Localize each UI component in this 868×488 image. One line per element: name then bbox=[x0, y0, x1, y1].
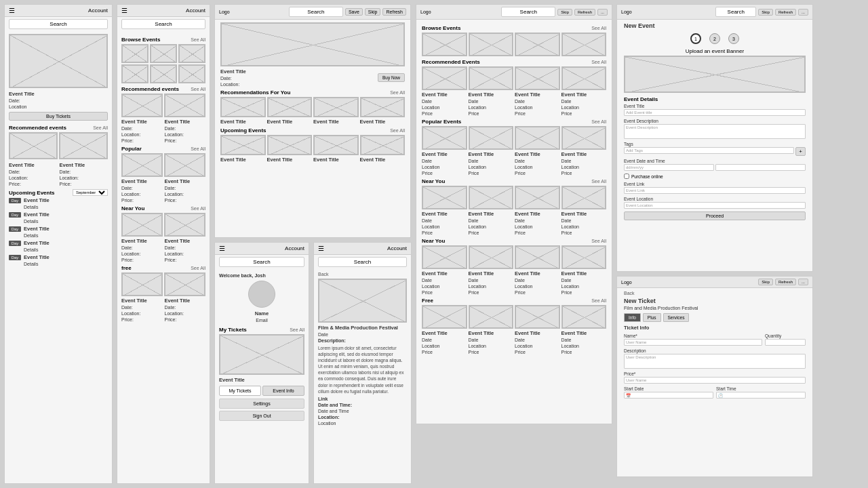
date-time-row: Start Date 📅 Start Time 🕐 bbox=[624, 386, 806, 401]
popular-section: Popular See All bbox=[121, 146, 205, 152]
event-location-input[interactable]: Event Location bbox=[624, 202, 806, 209]
account-label: Account bbox=[88, 7, 108, 14]
p6-near2-seeall[interactable]: See All bbox=[591, 239, 606, 243]
logo-p8: Logo bbox=[621, 280, 632, 285]
p6-n2c bbox=[515, 245, 560, 269]
popular-see-all[interactable]: See All bbox=[191, 146, 205, 151]
month-select[interactable]: September bbox=[73, 189, 108, 196]
search-p6[interactable]: Search bbox=[501, 7, 555, 17]
hamburger-icon[interactable]: ☰ bbox=[9, 7, 15, 14]
my-tickets-tab[interactable]: My Tickets bbox=[219, 386, 261, 396]
hamburger-p4[interactable]: ☰ bbox=[219, 245, 225, 252]
hamburger-icon-p2[interactable]: ☰ bbox=[121, 7, 127, 14]
p6-browse-seeall[interactable]: See All bbox=[591, 26, 606, 30]
btn-p6-3[interactable]: ... bbox=[597, 9, 608, 16]
price-label: Price* bbox=[624, 371, 806, 376]
p6-f4 bbox=[561, 305, 607, 329]
upcoming-events-list: Day Event Title Details Day Event Title … bbox=[9, 197, 108, 266]
tags-input[interactable]: Add Tags bbox=[624, 147, 794, 154]
popular-label: Popular bbox=[121, 146, 142, 152]
new-ticket-title: New Ticket bbox=[624, 298, 806, 304]
proceed-button[interactable]: Proceed bbox=[624, 211, 806, 220]
back-link-p8[interactable]: Back bbox=[624, 291, 806, 296]
skip-btn-p3[interactable]: Skip bbox=[365, 8, 381, 16]
browse-see-all[interactable]: See All bbox=[191, 37, 205, 42]
rec-see-all-p2[interactable]: See All bbox=[191, 87, 205, 92]
p3-event-title: Event Title bbox=[220, 68, 246, 75]
btn-p7-1[interactable]: Skip bbox=[758, 9, 773, 16]
search-bar-p1[interactable]: Search bbox=[9, 19, 108, 29]
step-1: 1 bbox=[690, 33, 701, 44]
search-p5[interactable]: Search bbox=[318, 257, 407, 267]
event-title-input[interactable]: Add Event title bbox=[624, 109, 806, 116]
btn-p7-2[interactable]: Refresh bbox=[775, 9, 796, 16]
refresh-btn-p3[interactable]: Refresh bbox=[382, 8, 406, 16]
near-see-all[interactable]: See All bbox=[191, 206, 205, 211]
p6-near1-seeall[interactable]: See All bbox=[591, 179, 606, 184]
buy-now-btn[interactable]: Buy Now bbox=[378, 73, 405, 82]
qty-input[interactable] bbox=[765, 339, 806, 346]
search-bar-p2[interactable]: Search bbox=[121, 19, 205, 29]
banner-upload[interactable] bbox=[624, 56, 806, 93]
btn-p8-3[interactable]: ... bbox=[798, 279, 808, 285]
tags-add-btn[interactable]: + bbox=[795, 147, 806, 156]
event-title: Event Title bbox=[9, 91, 108, 97]
free-see-all[interactable]: See All bbox=[191, 266, 205, 270]
btn-p7-3[interactable]: ... bbox=[798, 9, 808, 16]
day-badge-5: Day bbox=[9, 255, 21, 260]
start-time-input[interactable]: 🕐 bbox=[716, 392, 806, 399]
back-link[interactable]: Back bbox=[318, 272, 407, 277]
btn-p8-1[interactable]: Skip bbox=[758, 279, 773, 285]
p3-upcoming-see-all[interactable]: See All bbox=[390, 128, 405, 133]
recommended-see-all[interactable]: See All bbox=[93, 125, 108, 130]
tab-services[interactable]: Services bbox=[663, 313, 690, 322]
btn-p6-2[interactable]: Refresh bbox=[574, 9, 595, 16]
desc-field-p8: Description User Description bbox=[624, 348, 806, 369]
start-date-input[interactable]: 📅 bbox=[624, 392, 713, 399]
banner-section: Upload an event Banner bbox=[624, 48, 806, 54]
topbar-p3: Logo Search Save Skip Refresh bbox=[215, 5, 410, 20]
upcoming-detail-4: Details bbox=[24, 247, 50, 252]
p6-rec-label: Recommended Events bbox=[422, 59, 480, 65]
p6-n1b bbox=[469, 186, 514, 209]
upcoming-event-5: Day Event Title Details bbox=[9, 254, 108, 266]
upcoming-label: Upcoming Events bbox=[9, 190, 55, 196]
event-location: Location bbox=[9, 104, 108, 109]
p6-rec-seeall[interactable]: See All bbox=[591, 60, 606, 64]
btn-p8-2[interactable]: Refresh bbox=[775, 279, 796, 285]
search-p3[interactable]: Search bbox=[289, 7, 343, 17]
event-date: Date: bbox=[9, 98, 108, 103]
search-p4[interactable]: Search bbox=[219, 257, 304, 267]
name-input[interactable]: User Name bbox=[624, 339, 762, 346]
purchase-online-checkbox[interactable] bbox=[624, 174, 629, 179]
hamburger-p5[interactable]: ☰ bbox=[318, 245, 324, 252]
p6-free-seeall[interactable]: See All bbox=[591, 298, 606, 303]
rec-img-2 bbox=[59, 132, 108, 159]
event-link-input[interactable]: Event Link bbox=[624, 187, 806, 194]
event-desc-input[interactable]: Event Description bbox=[624, 124, 806, 139]
date-input[interactable]: dd/mm/yy bbox=[624, 164, 714, 171]
free-title-1: Event Title bbox=[121, 298, 163, 304]
event-info-tab[interactable]: Event Info bbox=[262, 386, 304, 396]
desc-input-p8[interactable]: User Description bbox=[624, 354, 806, 369]
tab-info[interactable]: Info bbox=[624, 313, 641, 322]
rec-label-p2: Recommended events bbox=[121, 86, 179, 92]
rec-event-title-2: Event Title bbox=[60, 162, 108, 168]
price-input[interactable]: User Name bbox=[624, 377, 806, 384]
p6-p4 bbox=[561, 126, 607, 150]
time-input[interactable] bbox=[715, 164, 806, 171]
save-btn-p3[interactable]: Save bbox=[345, 8, 363, 16]
tickets-see-all[interactable]: See All bbox=[290, 327, 304, 332]
upcoming-detail-1: Details bbox=[24, 205, 50, 209]
p3-rec-see-all[interactable]: See All bbox=[390, 90, 405, 95]
btn-p6-1[interactable]: Skip bbox=[557, 9, 572, 16]
tab-plus[interactable]: Plus bbox=[643, 313, 661, 322]
p6-popular-seeall[interactable]: See All bbox=[591, 119, 606, 124]
p3-location: Location: bbox=[220, 82, 246, 87]
sign-out-nav[interactable]: Sign Out bbox=[219, 411, 304, 421]
buy-tickets-button[interactable]: Buy Tickets bbox=[9, 112, 108, 121]
upcoming-event-3: Day Event Title Details bbox=[9, 226, 108, 238]
free-img-2 bbox=[164, 272, 205, 296]
search-p7[interactable]: Search bbox=[715, 7, 756, 17]
settings-nav[interactable]: Settings bbox=[219, 399, 304, 409]
